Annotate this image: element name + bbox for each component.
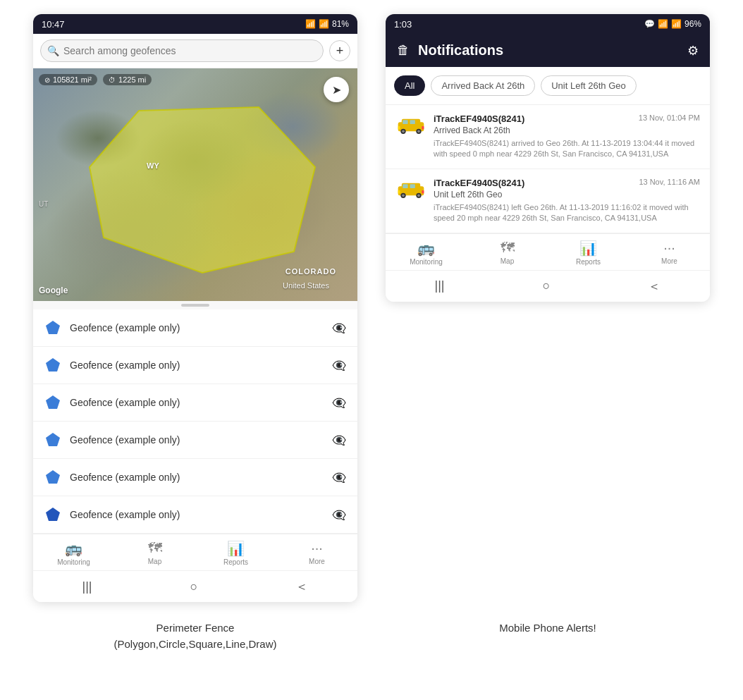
visibility-icon-3[interactable]: 👁‍🗨	[332, 396, 346, 410]
notification-top-1: iTrackEF4940S(8241) 13 Nov, 01:04 PM	[434, 113, 700, 124]
left-status-bar: 10:47 📶 📶 81%	[33, 14, 357, 34]
right-nav-map[interactable]: 🗺 Map	[467, 234, 548, 270]
notification-content-1: iTrackEF4940S(8241) 13 Nov, 01:04 PM Arr…	[434, 113, 700, 160]
left-caption: Perimeter Fence(Polygon,Circle,Square,Li…	[33, 620, 357, 652]
geofence-name-3: Geofence (example only)	[70, 397, 324, 408]
notification-body-1: iTrackEF4940S(8241) arrived to Geo 26th.…	[434, 138, 700, 160]
notifications-header: 🗑 Notifications ⚙	[386, 34, 710, 67]
area-icon: ⊘	[44, 76, 50, 84]
left-phone: 10:47 📶 📶 81% 🔍 +	[33, 14, 357, 602]
notification-item-1[interactable]: iTrackEF4940S(8241) 13 Nov, 01:04 PM Arr…	[386, 105, 710, 169]
filter-tabs: All Arrived Back At 26th Unit Left 26th …	[386, 67, 710, 105]
svg-rect-15	[398, 126, 400, 129]
search-input[interactable]	[40, 39, 324, 62]
list-item[interactable]: Geofence (example only) 👁‍🗨	[33, 384, 357, 422]
delete-icon[interactable]: 🗑	[397, 43, 410, 58]
search-wrapper: 🔍	[40, 39, 324, 62]
svg-marker-4	[46, 433, 60, 446]
visibility-icon-5[interactable]: 👁‍🗨	[332, 471, 346, 484]
right-android-back-button[interactable]: ＜	[648, 278, 661, 295]
left-caption-text: Perimeter Fence(Polygon,Circle,Square,Li…	[114, 622, 277, 650]
filter-arrived[interactable]: Arrived Back At 26th	[431, 75, 535, 96]
list-item[interactable]: Geofence (example only) 👁‍🗨	[33, 496, 357, 534]
geofence-icon-5	[44, 469, 61, 486]
left-status-icons: 📶 📶 81%	[305, 19, 349, 29]
right-caption: Mobile Phone Alerts!	[386, 620, 710, 652]
list-item[interactable]: Geofence (example only) 👁‍🗨	[33, 422, 357, 459]
android-recent-button[interactable]: |||	[82, 579, 92, 594]
add-geofence-button[interactable]: +	[329, 40, 350, 61]
notification-list: iTrackEF4940S(8241) 13 Nov, 01:04 PM Arr…	[386, 105, 710, 233]
right-nav-more[interactable]: ··· More	[629, 234, 710, 270]
notification-content-2: iTrackEF4940S(8241) 13 Nov, 11:16 AM Uni…	[434, 178, 700, 224]
notification-time-2: 13 Nov, 11:16 AM	[639, 178, 700, 186]
right-more-label: More	[661, 257, 677, 265]
visibility-icon-2[interactable]: 👁‍🗨	[332, 359, 346, 372]
svg-rect-19	[403, 184, 407, 188]
notification-item-2[interactable]: iTrackEF4940S(8241) 13 Nov, 11:16 AM Uni…	[386, 169, 710, 233]
navigation-arrow[interactable]: ➤	[324, 77, 349, 102]
android-back-button[interactable]: ＜	[295, 578, 308, 595]
right-wifi-icon: 📶	[658, 19, 668, 29]
list-item[interactable]: Geofence (example only) 👁‍🗨	[33, 347, 357, 384]
svg-point-24	[417, 194, 420, 197]
geofence-name-2: Geofence (example only)	[70, 360, 324, 371]
list-item[interactable]: Geofence (example only) 👁‍🗨	[33, 309, 357, 347]
right-phone: 1:03 💬 📶 📶 96% 🗑 Notifications ⚙ All Arr…	[386, 14, 710, 302]
colorado-label: COLORADO	[285, 267, 336, 276]
right-monitoring-label: Monitoring	[410, 258, 443, 266]
right-bottom-nav: 🚌 Monitoring 🗺 Map 📊 Reports ··· More	[386, 233, 710, 270]
notifications-title: Notifications	[418, 42, 679, 59]
right-nav-monitoring[interactable]: 🚌 Monitoring	[386, 234, 467, 270]
reports-icon: 📊	[227, 540, 245, 557]
geofence-name-6: Geofence (example only)	[70, 509, 324, 520]
right-nav-reports[interactable]: 📊 Reports	[548, 234, 629, 270]
bottom-nav: 🚌 Monitoring 🗺 Map 📊 Reports ··· More	[33, 534, 357, 570]
captions-row: Perimeter Fence(Polygon,Circle,Square,Li…	[0, 609, 743, 666]
right-more-icon: ···	[663, 240, 675, 256]
ut-label: UT	[39, 200, 48, 208]
geofence-list: Geofence (example only) 👁‍🗨 Geofence (ex…	[33, 309, 357, 534]
right-status-icons: 💬 📶 📶 96%	[644, 19, 701, 29]
more-label: More	[309, 558, 325, 565]
map-background: ➤ ⊘ 105821 mi² ⏱ 1225 mi WY UT COLORADO …	[33, 68, 357, 301]
visibility-icon-6[interactable]: 👁‍🗨	[332, 508, 346, 522]
nav-map[interactable]: 🗺 Map	[114, 534, 195, 570]
nav-reports[interactable]: 📊 Reports	[195, 534, 276, 570]
device-name-2: iTrackEF4940S(8241)	[434, 178, 524, 188]
filter-left[interactable]: Unit Left 26th Geo	[541, 75, 637, 96]
right-android-home-button[interactable]: ○	[543, 278, 551, 293]
nav-more[interactable]: ··· More	[276, 534, 357, 570]
google-label: Google	[39, 285, 68, 295]
chat-icon: 💬	[644, 19, 655, 29]
map-stats: ⊘ 105821 mi² ⏱ 1225 mi	[39, 74, 152, 85]
right-signal-icon: 📶	[671, 19, 682, 29]
geofence-name-5: Geofence (example only)	[70, 472, 324, 483]
geofence-icon-6	[44, 506, 61, 523]
svg-marker-5	[46, 470, 60, 484]
filter-all[interactable]: All	[394, 75, 425, 96]
distance-value: 1225 mi	[118, 75, 146, 84]
svg-marker-0	[90, 107, 315, 273]
nav-monitoring[interactable]: 🚌 Monitoring	[33, 534, 114, 570]
right-reports-label: Reports	[576, 258, 601, 266]
svg-rect-10	[410, 120, 415, 124]
right-map-label: Map	[501, 257, 514, 265]
visibility-icon-1[interactable]: 👁‍🗨	[332, 321, 346, 335]
geofence-polygon-overlay	[33, 68, 357, 301]
right-status-bar: 1:03 💬 📶 📶 96%	[386, 14, 710, 34]
svg-point-14	[417, 130, 420, 133]
right-map-icon: 🗺	[501, 240, 515, 256]
right-android-recent-button[interactable]: |||	[435, 278, 445, 293]
android-home-button[interactable]: ○	[190, 579, 198, 594]
car-icon-1	[395, 113, 426, 139]
visibility-icon-4[interactable]: 👁‍🗨	[332, 434, 346, 447]
svg-marker-2	[46, 358, 60, 372]
map-distance-stat: ⏱ 1225 mi	[103, 74, 152, 85]
area-value: 105821 mi²	[53, 75, 92, 84]
settings-icon[interactable]: ⚙	[687, 43, 699, 59]
right-time: 1:03	[394, 19, 412, 30]
list-item[interactable]: Geofence (example only) 👁‍🗨	[33, 459, 357, 496]
svg-point-12	[402, 130, 405, 133]
svg-marker-6	[46, 508, 60, 521]
